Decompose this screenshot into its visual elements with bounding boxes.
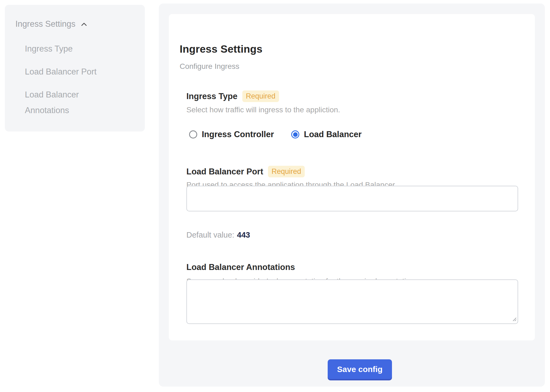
main-panel: Ingress Settings Configure Ingress Ingre… bbox=[159, 4, 545, 387]
radio-option-load-balancer[interactable]: Load Balancer bbox=[291, 130, 362, 139]
sidebar-item-ingress-type[interactable]: Ingress Type bbox=[25, 41, 114, 57]
radio-label-ingress-controller: Ingress Controller bbox=[202, 130, 274, 139]
lb-annotations-label: Load Balancer Annotations bbox=[186, 262, 295, 272]
radio-selected-icon[interactable] bbox=[291, 130, 299, 138]
default-value-label: Default value: bbox=[186, 231, 234, 239]
settings-sidebar: Ingress Settings Ingress Type Load Balan… bbox=[5, 5, 145, 131]
default-value-number: 443 bbox=[237, 231, 250, 239]
ingress-type-label-row: Ingress Type Required bbox=[186, 90, 279, 102]
ingress-type-radio-group: Ingress Controller Load Balancer bbox=[189, 130, 362, 139]
lb-port-required-badge: Required bbox=[268, 166, 305, 177]
lb-annotations-textarea[interactable] bbox=[186, 279, 518, 324]
chevron-up-icon bbox=[79, 19, 89, 29]
sidebar-item-load-balancer-annotations[interactable]: Load Balancer Annotations bbox=[25, 87, 114, 118]
ingress-type-description: Select how traffic will ingress to the a… bbox=[186, 106, 340, 114]
radio-unselected-icon[interactable] bbox=[189, 130, 197, 138]
lb-port-label-row: Load Balancer Port Required bbox=[186, 166, 305, 177]
lb-port-default-row: Default value:443 bbox=[186, 231, 250, 239]
ingress-settings-card: Ingress Settings Configure Ingress Ingre… bbox=[169, 14, 535, 340]
save-config-button[interactable]: Save config bbox=[328, 359, 392, 379]
lb-annotations-textarea-wrap bbox=[186, 279, 518, 324]
sidebar-section-ingress-settings[interactable]: Ingress Settings bbox=[15, 19, 89, 29]
lb-annotations-label-row: Load Balancer Annotations bbox=[186, 262, 295, 272]
sidebar-section-label: Ingress Settings bbox=[15, 19, 75, 29]
page-subtitle: Configure Ingress bbox=[180, 62, 239, 71]
ingress-type-label: Ingress Type bbox=[186, 92, 237, 101]
lb-port-input[interactable] bbox=[186, 186, 518, 211]
radio-label-load-balancer: Load Balancer bbox=[304, 130, 362, 139]
radio-option-ingress-controller[interactable]: Ingress Controller bbox=[189, 130, 274, 139]
sidebar-nav: Ingress Type Load Balancer Port Load Bal… bbox=[25, 41, 117, 126]
sidebar-item-load-balancer-port[interactable]: Load Balancer Port bbox=[25, 64, 114, 80]
ingress-type-required-badge: Required bbox=[242, 90, 279, 102]
lb-port-label: Load Balancer Port bbox=[186, 167, 263, 177]
page-title: Ingress Settings bbox=[180, 43, 263, 55]
